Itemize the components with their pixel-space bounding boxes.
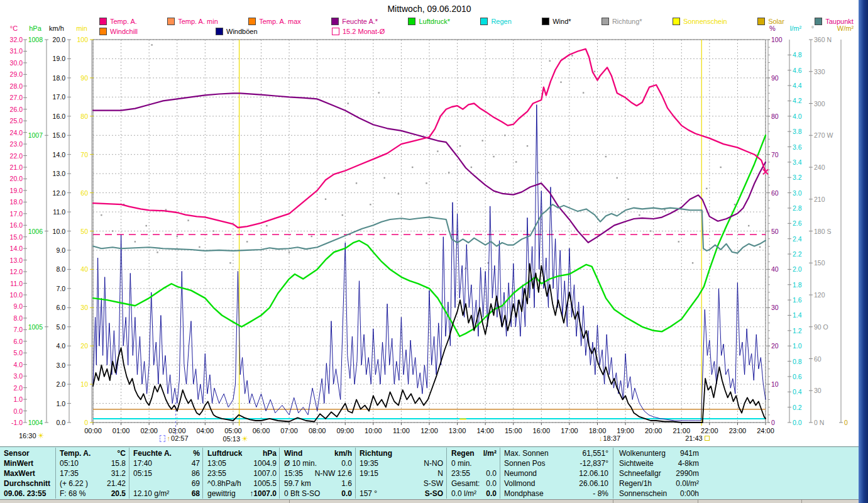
table-info-label: Mondphase xyxy=(504,489,544,498)
axis-tick-label-temp: 5.0 xyxy=(13,349,23,357)
table-value-label: 05:10 xyxy=(60,459,79,468)
table-group-unit: km/h xyxy=(334,449,352,458)
table-row-label: 09.06. 23:55 xyxy=(4,489,46,498)
axis-tick-label-lm2: 3.2 xyxy=(793,174,802,181)
table-info-label: Sonnenschein xyxy=(619,489,667,498)
table-column-separator xyxy=(279,448,280,499)
table-column-separator xyxy=(355,448,356,499)
series-richtung-dot xyxy=(398,193,399,194)
series-richtung-dot xyxy=(448,172,449,173)
axis-tick-label-lm2: 0.2 xyxy=(793,404,802,411)
table-value-label: 05:15 xyxy=(133,469,152,478)
axis-tick-label-deg: 60 xyxy=(814,355,821,363)
weather-chart: °C32.031.030.029.028.027.026.025.024.023… xyxy=(0,0,868,503)
corner-time: 16:30☀ xyxy=(19,431,45,440)
axis-tick-label-kmh: 6.0 xyxy=(56,304,65,311)
time-label: 20:00 xyxy=(645,427,662,434)
table-value: 69 xyxy=(192,479,200,488)
table-group-header: Richtung xyxy=(360,449,392,458)
axis-tick-label-pct: 100 xyxy=(771,36,783,43)
table-value-label: 59.7 km xyxy=(284,479,311,488)
series-richtung-dot xyxy=(650,230,651,231)
astro-marker-21-43: 21:43 xyxy=(685,434,711,442)
axis-tick-label-min: 100 xyxy=(77,36,88,43)
series-richtung-dot xyxy=(342,214,343,216)
axis-tick-label-temp: -1.0 xyxy=(11,419,23,426)
series-richtung-dot xyxy=(748,225,749,226)
axis-tick-label-temp: 6.0 xyxy=(13,338,23,345)
table-value-label: Ø 10 min. xyxy=(284,459,317,468)
table-value: 86 xyxy=(192,469,200,478)
table-value: 21.42 xyxy=(107,479,126,488)
table-column-separator xyxy=(55,448,56,499)
table-value-label: 19:15 xyxy=(360,469,378,478)
statusbar-separator xyxy=(289,500,290,503)
table-info-value: -12,837° xyxy=(580,459,609,468)
axis-tick-label-kmh: 2.0 xyxy=(56,380,65,388)
series-richtung-dot xyxy=(583,92,584,93)
table-info-label: Sonnen Pos xyxy=(504,459,545,468)
table-info-value: 0.0l/m² xyxy=(676,479,699,488)
time-label: 09:00 xyxy=(336,427,354,434)
time-label: 12:00 xyxy=(420,427,438,434)
axis-tick-label-pct: 60 xyxy=(771,189,779,197)
axis-tick-label-lm2: 4.6 xyxy=(793,67,802,74)
series-richtung-dot xyxy=(720,167,721,168)
axis-tick-label-kmh: 8.0 xyxy=(56,265,65,273)
time-label: 14:00 xyxy=(476,427,494,434)
series-richtung-dot xyxy=(157,252,158,253)
table-value: N xyxy=(437,469,443,478)
axis-tick-label-kmh: 14.0 xyxy=(53,151,66,158)
axis-tick-label-temp: 31.0 xyxy=(10,47,23,55)
time-label: 11:00 xyxy=(393,427,410,434)
axis-tick-label-lm2: 4.4 xyxy=(793,82,802,89)
series-richtung-dot xyxy=(151,44,152,45)
axis-tick-label-temp: 12.0 xyxy=(10,268,23,275)
series-richtung-dot xyxy=(187,219,189,221)
axis-header-pct: % xyxy=(769,25,776,32)
table-value: 1004.9 xyxy=(253,459,277,468)
table-value-label: 17:40 xyxy=(133,459,152,468)
table-info-label: Schneefallgr xyxy=(619,469,661,478)
series-richtung-dot xyxy=(229,262,231,263)
axis-tick-label-temp: 21.0 xyxy=(10,163,23,171)
table-value-label: F: 68 % xyxy=(60,489,85,498)
axis-tick-label-lm2: 1.6 xyxy=(793,296,802,304)
axis-header-min: min xyxy=(76,25,87,32)
axis-tick-label-deg: 330 xyxy=(814,68,825,75)
axis-tick-label-hpa: 1007 xyxy=(28,131,43,139)
astro-marker-time: 18:37 xyxy=(603,434,621,442)
axis-tick-label-lm2: 2.0 xyxy=(793,265,802,273)
table-info-value: 2990m xyxy=(676,469,699,478)
axis-tick-label-kmh: 5.0 xyxy=(56,323,65,331)
series-richtung-dot xyxy=(370,204,371,205)
axis-tick-label-temp: 22.0 xyxy=(10,152,23,160)
series-richtung-dot xyxy=(437,150,438,152)
table-value: S-SW xyxy=(424,479,443,488)
axis-tick-label-temp: 7.0 xyxy=(13,326,23,333)
axis-tick-label-kmh: 3.0 xyxy=(56,362,65,369)
axis-tick-label-min: 10 xyxy=(80,380,88,388)
axis-tick-label-kmh: 12.0 xyxy=(53,189,66,197)
astro-marker-time: 21:43 xyxy=(685,434,703,442)
series-richtung-dot xyxy=(199,246,200,248)
axis-tick-label-temp: 23.0 xyxy=(10,140,23,148)
series-richtung-dot xyxy=(560,81,561,82)
axis-tick-label-temp: 25.0 xyxy=(10,117,23,124)
axis-tick-label-temp: 30.0 xyxy=(10,59,23,67)
table-value: 0.0 xyxy=(486,469,497,478)
table-info-value: - 8% xyxy=(593,489,608,498)
axis-tick-label-min: 60 xyxy=(80,189,88,197)
series-richtung-dot xyxy=(135,241,136,242)
moon-square-icon xyxy=(705,436,710,441)
table-value-label: 12.10 g/m² xyxy=(133,489,169,498)
table-value: 0.0 xyxy=(341,459,352,468)
axis-tick-label-lm2: 0.0 xyxy=(793,419,802,426)
axis-tick-label-deg: 180 S xyxy=(814,228,831,235)
axis-tick-label-lm2: 1.2 xyxy=(793,327,802,334)
table-column-separator xyxy=(500,448,500,499)
axis-tick-label-pct: 10 xyxy=(771,380,779,388)
series-richtung-dot xyxy=(412,167,413,168)
table-group-header: Feuchte A. xyxy=(133,449,172,458)
table-info-label: Vollmond xyxy=(504,479,535,488)
